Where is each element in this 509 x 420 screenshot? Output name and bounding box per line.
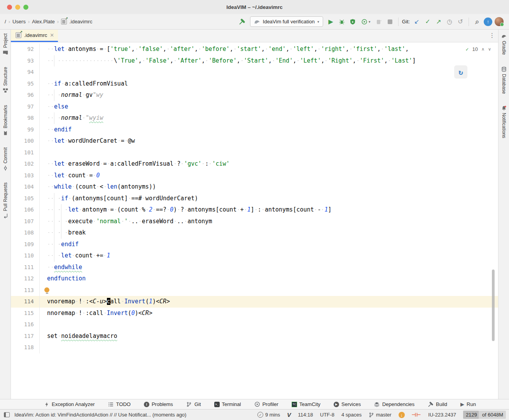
sidebar-item-commit[interactable]: Commit [3,147,8,171]
code-line[interactable]: 118 [11,342,498,354]
background-update-widget[interactable]: ↓ [399,412,405,418]
code-line[interactable]: 96 normal gv"wy [11,89,498,101]
code-line[interactable]: 105 if (antonyms[count] ==# wordUnderCar… [11,193,498,205]
code-line[interactable]: 94 [11,66,498,78]
code-line[interactable]: 99 endif [11,124,498,136]
breadcrumb-file[interactable]: .ideavimrc [69,19,92,24]
line-number[interactable]: 103 [11,170,40,182]
line-number[interactable]: 110 [11,250,40,262]
code-line[interactable]: 95 if a:calledFromVisual [11,78,498,90]
search-everywhere-button[interactable]: ⌕ [472,16,483,27]
line-number[interactable]: 113 [11,285,40,296]
line-number[interactable]: 118 [11,342,40,354]
toolwindow-todo[interactable]: TODO [108,401,131,407]
code-line[interactable]: 117set noideadelaymacro [11,331,498,342]
time-tracker-widget[interactable]: ✓ 9 mins [257,412,280,418]
tool-window-layout-icon[interactable] [4,412,10,417]
git-update-button[interactable]: ↙ [411,16,422,27]
plugin-indicator-widget[interactable]: ⊣⊢ [412,412,422,418]
line-number[interactable]: 109 [11,239,40,250]
breadcrumb-users[interactable]: Users [12,19,26,24]
toolwindow-git[interactable]: Git [186,401,201,407]
ideavim-widget[interactable]: V [287,411,291,418]
memory-indicator[interactable]: 2129 of 6048M [463,411,506,419]
sidebar-item-structure[interactable]: Structure [3,67,8,93]
sidebar-item-pull-requests[interactable]: Pull Requests [3,182,8,219]
editor[interactable]: 92 let antonyms = ['true', 'false', 'aft… [11,42,498,399]
code-line[interactable]: 104 while (count < len(antonyms)) [11,181,498,193]
line-number[interactable]: 96 [11,89,40,101]
code-line[interactable]: 102 let eraseWord = a:calledFromVisual ?… [11,158,498,170]
line-number[interactable]: 111 [11,262,40,273]
code-line[interactable]: 106 let antonym = (count % 2 ==? 0) ? an… [11,204,498,216]
tab-ideavimrc[interactable]: .ideavimrc ✕ [11,30,58,42]
code-line[interactable]: 111 endwhile [11,262,498,273]
code-line[interactable]: 98 normal "wyiw [11,112,498,124]
line-number[interactable]: 114 [11,296,40,308]
run-button[interactable]: ▶ [325,16,336,27]
toolwindow-services[interactable]: ▶ Services [334,401,361,407]
toolwindow-dependencies[interactable]: Dependencies [374,401,415,407]
code-line[interactable]: 112endfunction [11,273,498,285]
line-number[interactable]: 94 [11,66,40,78]
editor-scrollbar[interactable] [492,270,495,341]
line-number[interactable]: 92 [11,44,40,55]
line-number[interactable]: 105 [11,193,40,205]
user-account-button[interactable] [493,16,504,27]
code-line[interactable]: 101 [11,147,498,159]
line-number[interactable]: 112 [11,273,40,285]
line-number[interactable]: 99 [11,124,40,136]
code-line[interactable]: 108 break [11,227,498,239]
git-push-button[interactable]: ↗ [433,16,444,27]
code-line[interactable]: 115nnoremap ! :call Invert(0)<CR> [11,308,498,319]
toolwindow-exception-analyzer[interactable]: Exception Analyzer [44,401,95,407]
git-branch-widget[interactable]: master [369,412,392,418]
reload-ideavimrc-button[interactable]: ↻ [454,65,467,79]
line-number[interactable]: 104 [11,181,40,193]
toolwindow-run[interactable]: ▶ Run [460,401,476,407]
code-line[interactable]: 113 [11,285,498,296]
line-number[interactable]: 115 [11,308,40,319]
caret-position-widget[interactable]: 114:18 [298,412,313,418]
status-message[interactable]: IdeaVim: Action id: VimFindActionIdActio… [14,412,186,418]
line-number[interactable]: 102 [11,158,40,170]
tab-options-icon[interactable]: ⋮ [489,32,495,39]
toolwindow-problems[interactable]: ! Problems [144,401,173,407]
code-line[interactable]: 93 \'True', 'False', 'After', 'Before', … [11,55,498,67]
ide-update-button[interactable]: ↑ [483,16,493,27]
code-line[interactable]: 114vnoremap ! :<C-u>call Invert(1)<CR> [11,296,498,308]
toolwindow-teamcity[interactable]: TC TeamCity [292,401,320,407]
previous-problem-icon[interactable]: ∧ [481,47,485,52]
code-line[interactable]: 107 execute 'normal ' .. eraseWord .. an… [11,216,498,228]
line-number[interactable]: 100 [11,135,40,147]
code-line[interactable]: 116 [11,319,498,331]
encoding-widget[interactable]: UTF-8 [320,412,334,418]
line-number[interactable]: 107 [11,216,40,228]
line-number[interactable]: 97 [11,101,40,113]
build-hammer-button[interactable] [237,16,248,27]
teamcity-remote-run-button-disabled[interactable] [374,16,385,27]
inspections-widget[interactable]: ✓ 10 ∧ ∨ [464,46,493,53]
next-problem-icon[interactable]: ∨ [488,47,491,52]
line-number[interactable]: 108 [11,227,40,239]
run-configuration-select[interactable]: IdeaVim full verification ▾ [250,16,323,27]
run-with-coverage-button[interactable] [347,16,358,27]
code-line[interactable]: 100 let wordUnderCaret = @w [11,135,498,147]
indent-widget[interactable]: 4 spaces [341,412,362,418]
line-number[interactable]: 101 [11,147,40,159]
sidebar-item-notifications[interactable]: Notifications [501,105,507,138]
line-number[interactable]: 98 [11,112,40,124]
code-line[interactable]: 97 else [11,101,498,113]
debug-button[interactable] [336,16,347,27]
breadcrumb-root[interactable]: / [5,19,6,24]
intention-bulb-icon[interactable] [44,287,49,292]
sidebar-item-gradle[interactable]: Gradle [501,33,507,55]
toolwindow-build[interactable]: Build [428,401,447,407]
code-line[interactable]: 103 let count = 0 [11,170,498,182]
sidebar-item-bookmarks[interactable]: Bookmarks [3,105,8,136]
breadcrumb-alex-plate[interactable]: Alex.Plate [32,19,55,24]
sidebar-item-database[interactable]: Database [501,66,507,94]
line-number[interactable]: 93 [11,55,40,67]
git-history-button[interactable]: ◷ [444,16,455,27]
code-line[interactable]: 110 let count += 1 [11,250,498,262]
